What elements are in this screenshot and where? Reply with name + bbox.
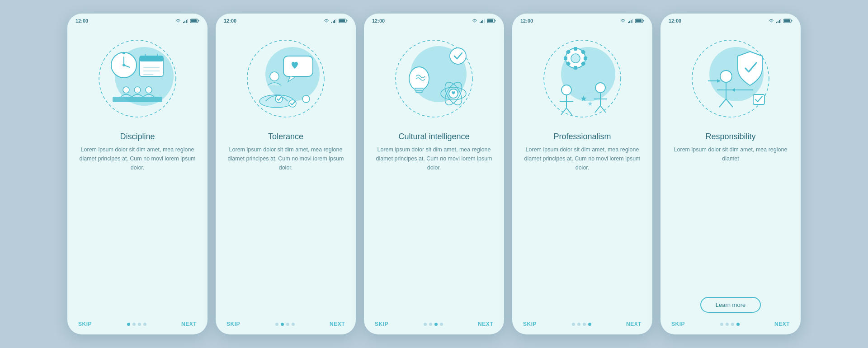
svg-rect-62 — [636, 19, 642, 22]
svg-point-38 — [289, 100, 296, 107]
next-1[interactable]: NEXT — [181, 321, 197, 327]
signal-icon-4 — [628, 19, 633, 23]
illustration-professionalism: ★ ★ — [533, 29, 632, 128]
battery-icon-2 — [339, 19, 348, 23]
illustration-discipline — [88, 29, 187, 128]
dot-3-4 — [440, 323, 443, 326]
status-bar-5: 12:00 — [660, 14, 801, 25]
svg-point-49 — [450, 48, 466, 64]
bottom-nav-2: SKIP NEXT — [216, 316, 356, 334]
svg-rect-59 — [631, 20, 632, 23]
svg-line-101 — [719, 99, 726, 107]
dot-1-3 — [138, 323, 141, 326]
learn-more-button[interactable]: Learn more — [700, 297, 761, 313]
svg-rect-31 — [347, 20, 348, 22]
bottom-nav-4: SKIP NEXT — [512, 316, 652, 334]
time-1: 12:00 — [75, 18, 88, 24]
svg-text:★: ★ — [580, 94, 587, 103]
status-bar-1: 12:00 — [67, 14, 208, 25]
svg-rect-13 — [123, 52, 125, 54]
next-5[interactable]: NEXT — [774, 321, 790, 327]
battery-icon-3 — [487, 19, 496, 23]
svg-point-76 — [561, 85, 571, 95]
svg-rect-2 — [186, 20, 187, 23]
title-tolerance: Tolerance — [268, 132, 303, 141]
next-3[interactable]: NEXT — [478, 321, 493, 327]
skip-3[interactable]: SKIP — [375, 321, 388, 327]
svg-rect-41 — [481, 21, 482, 23]
status-icons-3 — [472, 19, 496, 23]
dot-5-1 — [720, 323, 723, 326]
next-2[interactable]: NEXT — [330, 321, 345, 327]
screen-tolerance: 12:00 — [216, 14, 356, 334]
svg-rect-89 — [776, 22, 777, 23]
svg-rect-57 — [628, 22, 629, 23]
svg-rect-0 — [183, 22, 184, 23]
skip-2[interactable]: SKIP — [226, 321, 240, 327]
svg-line-84 — [595, 106, 600, 113]
dots-2 — [275, 323, 295, 326]
skip-4[interactable]: SKIP — [523, 321, 537, 327]
title-discipline: Discipline — [120, 132, 155, 141]
dot-1-2 — [132, 323, 136, 326]
svg-point-39 — [302, 95, 310, 103]
skip-5[interactable]: SKIP — [671, 321, 685, 327]
title-cultural: Cultural intelligence — [398, 132, 469, 141]
dot-4-1 — [572, 323, 575, 326]
svg-rect-28 — [335, 19, 336, 23]
dot-4-3 — [583, 323, 586, 326]
title-professionalism: Professionalism — [553, 132, 611, 141]
svg-rect-45 — [487, 19, 493, 22]
svg-text:★: ★ — [587, 100, 593, 107]
svg-rect-91 — [779, 20, 780, 23]
svg-point-37 — [275, 95, 283, 103]
svg-rect-52 — [416, 91, 422, 93]
svg-point-67 — [571, 54, 580, 63]
svg-rect-35 — [283, 56, 313, 76]
dot-3-2 — [429, 323, 432, 326]
bottom-nav-3: SKIP NEXT — [364, 316, 504, 334]
svg-rect-58 — [629, 21, 630, 23]
status-icons-4 — [620, 19, 644, 23]
status-icons-5 — [768, 19, 793, 23]
dot-1-1 — [127, 323, 130, 326]
dot-2-1 — [275, 323, 278, 326]
svg-line-85 — [600, 106, 606, 113]
time-3: 12:00 — [372, 18, 385, 24]
svg-rect-6 — [198, 20, 199, 22]
wifi-icon-4 — [620, 19, 626, 23]
status-bar-4: 12:00 — [512, 14, 652, 25]
illustration-cultural — [384, 29, 484, 128]
svg-rect-63 — [643, 20, 644, 22]
body-cultural: Lorem ipsum dolor sit dim amet, mea regi… — [375, 145, 493, 231]
svg-rect-25 — [331, 22, 332, 23]
dots-5 — [720, 323, 740, 326]
svg-rect-94 — [784, 19, 790, 22]
svg-rect-51 — [415, 88, 423, 91]
svg-rect-43 — [484, 19, 485, 23]
svg-rect-3 — [187, 19, 188, 23]
screen-responsibility: 12:00 — [660, 14, 801, 334]
battery-icon-4 — [635, 19, 644, 23]
svg-rect-15 — [140, 56, 163, 61]
skip-1[interactable]: SKIP — [78, 321, 92, 327]
dot-2-3 — [286, 323, 289, 326]
svg-rect-107 — [753, 94, 764, 104]
svg-rect-21 — [113, 97, 162, 102]
wifi-icon-5 — [768, 19, 774, 23]
battery-icon-1 — [190, 19, 199, 23]
dot-3-1 — [424, 323, 427, 326]
svg-rect-69 — [574, 66, 577, 70]
dot-5-3 — [731, 323, 734, 326]
svg-point-81 — [595, 83, 605, 93]
svg-rect-40 — [480, 22, 481, 23]
time-5: 12:00 — [669, 18, 681, 24]
svg-point-98 — [720, 71, 732, 82]
svg-rect-95 — [792, 20, 793, 22]
dots-4 — [572, 323, 591, 326]
time-2: 12:00 — [224, 18, 236, 24]
status-icons-1 — [175, 19, 199, 23]
signal-icon-1 — [183, 19, 189, 23]
body-responsibility: Lorem ipsum dolor sit dim amet, mea regi… — [671, 145, 790, 293]
next-4[interactable]: NEXT — [626, 321, 642, 327]
